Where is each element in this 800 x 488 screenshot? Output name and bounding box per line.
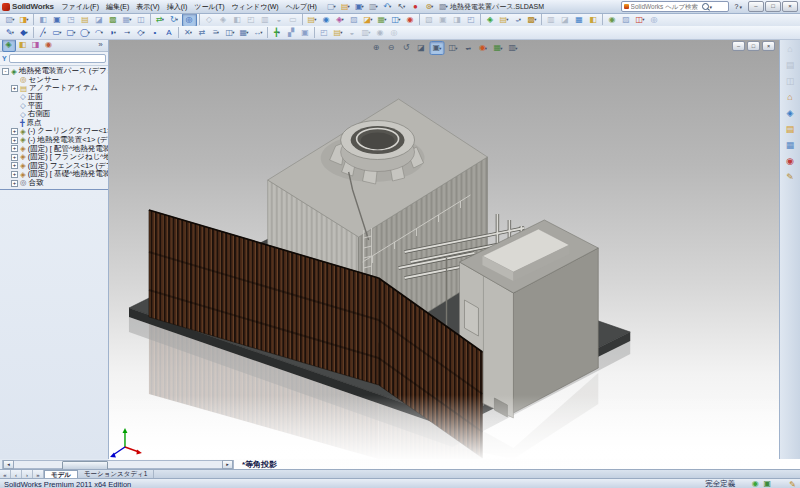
tree-item[interactable]: ◇右側面 [0, 110, 108, 119]
menu-v[interactable]: 表示(V) [133, 1, 163, 13]
tree-item[interactable]: ◎センサー [0, 76, 108, 85]
help-search-box[interactable]: ▾ [621, 1, 729, 12]
offset-entities-button[interactable]: ≡▾ [210, 27, 223, 39]
configurationmanager-tab[interactable]: ◨ [30, 40, 42, 51]
design-library-tab[interactable]: ◈ [783, 106, 798, 120]
isolate-button[interactable]: ◫ [135, 14, 148, 26]
undo-button[interactable]: ↶▾ [381, 1, 394, 13]
corner-rectangle-tool[interactable]: ▭▾ [51, 27, 64, 39]
quick-tips-icon[interactable]: ✎ [789, 480, 796, 488]
print-button[interactable]: ▥▾ [367, 1, 380, 13]
large-assembly-mode-button[interactable]: ◪ [93, 14, 106, 26]
component-preview-button[interactable]: ◳ [65, 14, 78, 26]
custom-properties-tab[interactable]: ✎ [783, 170, 798, 184]
propertymanager-tab[interactable]: ◧ [17, 40, 29, 51]
section-properties-button[interactable]: ▦ [573, 14, 586, 26]
tree-item[interactable]: +◈(固定) フェンス<1> (デフォルト<表 [0, 162, 108, 171]
tree-expander-icon[interactable]: + [11, 128, 18, 135]
restore-button[interactable]: □ [765, 1, 781, 12]
mass-properties-button[interactable]: ◪ [559, 14, 572, 26]
design-library-button[interactable]: ▤▾ [306, 14, 319, 26]
graphics-area[interactable]: ⊕⊖↺◪▣▾◫▾◒▾◉▾▦▾▥▾ –□× [108, 39, 780, 459]
curves-button[interactable]: ◒▾ [512, 14, 525, 26]
rebuild-button[interactable]: ● [409, 1, 422, 13]
smart-dimension-button[interactable]: ◆▾ [18, 27, 31, 39]
move-entities-button[interactable]: ↔▾ [252, 27, 265, 39]
tree-expander-icon[interactable]: + [11, 145, 18, 152]
new-document-button[interactable]: ▢▾ [325, 1, 338, 13]
polygon-tool[interactable]: ◇▾ [135, 27, 148, 39]
dimxpertmanager-tab[interactable]: ◉ [43, 40, 55, 51]
tree-expander-icon[interactable]: + [11, 154, 18, 161]
scrollbar-track[interactable] [14, 461, 222, 468]
external-references-button[interactable]: ▩ [107, 14, 120, 26]
filter-faces-button[interactable]: ◧ [231, 14, 244, 26]
selection-filter-toggle[interactable]: ◎ [182, 13, 197, 27]
status-rebuild-icon[interactable]: ◉ [750, 480, 761, 488]
no-external-references-button[interactable]: ▦▾ [121, 14, 134, 26]
help-menu-button[interactable]: ? ▾ [732, 3, 745, 10]
tree-item[interactable]: -◈地熱発電装置パース (デフォルト<表示 [0, 67, 108, 76]
tree-item[interactable]: +◈(-) 地熱発電装置<1> (デフォルト< [0, 136, 108, 145]
sensors-button[interactable]: ◧ [587, 14, 600, 26]
menu-i[interactable]: 挿入(I) [163, 1, 191, 13]
section-view-button[interactable]: ◪ [415, 42, 428, 54]
tree-item[interactable]: +◎合致 [0, 179, 108, 188]
task-scheduler-button[interactable]: ◎ [648, 14, 661, 26]
edit-appearance-button[interactable]: ◉▾ [477, 42, 490, 54]
menu-h[interactable]: ヘルプ(H) [282, 1, 320, 13]
hide-show-items-button[interactable]: ◒▾ [462, 42, 475, 54]
task-pane-collapsed-home[interactable]: ⌂ [783, 42, 798, 56]
trim-entities-button[interactable]: ✕▾ [182, 27, 195, 39]
instant3d-toggle[interactable]: ◈ [484, 14, 497, 26]
filter-solid-bodies-button[interactable]: ▥ [259, 14, 272, 26]
task-pane-collapsed-doc[interactable]: ▤ [783, 58, 798, 72]
menu-e[interactable]: 編集(E) [102, 1, 132, 13]
menu-w[interactable]: ウィンドウ(W) [228, 1, 282, 13]
check-button[interactable]: ◉ [606, 14, 619, 26]
tree-item[interactable]: ◇正面 [0, 93, 108, 102]
center-rectangle-tool[interactable]: ▢▾ [65, 27, 78, 39]
apply-scene-button[interactable]: ▦▾ [492, 42, 505, 54]
interference-detection-button[interactable]: ▧ [423, 14, 436, 26]
filter-vertices-button[interactable]: ◇ [203, 14, 216, 26]
options-button[interactable]: ⊛▾ [423, 1, 436, 13]
mirror-entities-button[interactable]: ◫▾ [224, 27, 237, 39]
view-palette-tab[interactable]: ▦ [783, 138, 798, 152]
solidworks-resources-tab[interactable]: ⌂ [783, 90, 798, 104]
assembly-features-button[interactable]: ◪▾ [362, 14, 375, 26]
minimize-button[interactable]: – [748, 1, 764, 12]
rapid-sketch-toggle[interactable]: ▣ [299, 27, 312, 39]
tree-expander-icon[interactable]: + [11, 180, 18, 187]
tree-filter-input[interactable] [9, 54, 106, 63]
open-button[interactable]: ▤▾ [339, 1, 352, 13]
equations-button[interactable]: ◉ [374, 27, 387, 39]
menu-t[interactable]: ツール(T) [191, 1, 228, 13]
linear-component-pattern-button[interactable]: ▦▾ [376, 14, 389, 26]
exploded-view-button[interactable]: ◉ [404, 14, 417, 26]
grid-snap-button[interactable]: ◰ [318, 27, 331, 39]
insert-components-button[interactable]: ▧▾ [4, 14, 17, 26]
filter-axes-button[interactable]: ◒ [273, 14, 286, 26]
tangent-arc-tool[interactable]: ◗▾ [107, 27, 120, 39]
linear-sketch-pattern-button[interactable]: ▦▾ [238, 27, 251, 39]
edit-component-button[interactable]: ◨▾ [18, 14, 31, 26]
smart-mates-button[interactable]: ◉ [320, 14, 333, 26]
file-properties-button[interactable]: ▩▾ [437, 1, 450, 13]
filter-surface-bodies-button[interactable]: ◰ [245, 14, 258, 26]
repair-sketch-button[interactable]: ▞ [285, 27, 298, 39]
smart-fasteners-button[interactable]: ◫▾ [390, 14, 403, 26]
tree-expander-icon[interactable]: + [11, 171, 18, 178]
move-component-button[interactable]: ◈▾ [334, 14, 347, 26]
render-button[interactable]: ◫▾ [634, 14, 647, 26]
scroll-left-button[interactable]: ◂ [3, 460, 14, 469]
model-canvas[interactable] [109, 39, 780, 459]
change-transparency-button[interactable]: ▣ [51, 14, 64, 26]
spline-tool[interactable]: ~▾ [121, 27, 134, 39]
doc-minimize-button[interactable]: – [732, 41, 745, 51]
hole-alignment-button[interactable]: ◨ [451, 14, 464, 26]
file-explorer-tab[interactable]: ▤ [783, 122, 798, 136]
tree-item[interactable]: +◈(固定) [ 基礎^地熱発電装置パー [0, 170, 108, 179]
sketch-dropdown-button[interactable]: ▩▾ [526, 14, 539, 26]
select-button[interactable]: ↖▾ [395, 1, 408, 13]
